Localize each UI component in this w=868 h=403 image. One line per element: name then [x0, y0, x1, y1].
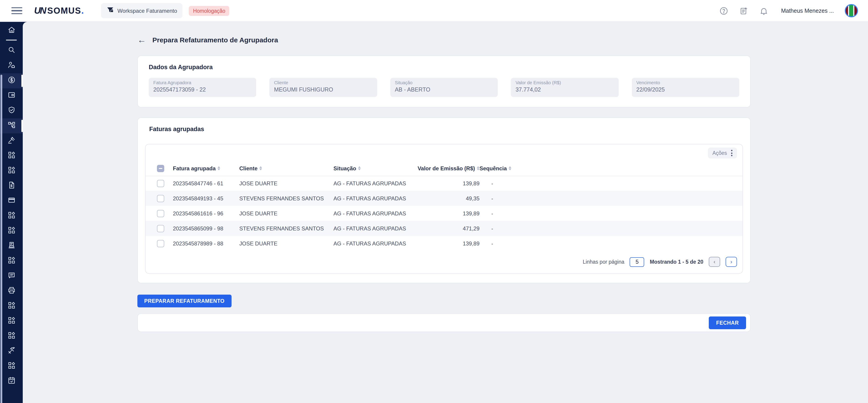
sidebar-item-search[interactable] [0, 43, 23, 58]
flow-icon [7, 120, 16, 131]
invoices-table: Fatura agrupadaClienteSituaçãoValor de E… [146, 161, 742, 251]
help-icon[interactable] [719, 6, 728, 15]
chat-list-icon [7, 271, 16, 281]
sidebar-item-home[interactable] [0, 24, 23, 37]
pagination-range: Mostrando 1 - 5 de 20 [650, 259, 703, 265]
cell-fatura-agrupada: 2023545878989 - 88 [173, 236, 239, 251]
row-checkbox[interactable] [157, 195, 164, 202]
column-header-cliente[interactable]: Cliente [239, 161, 334, 176]
sidebar-item-module-6[interactable] [0, 298, 23, 314]
row-checkbox[interactable] [157, 180, 164, 187]
table-row[interactable]: 2023545861616 - 96JOSE DUARTEAG - FATURA… [146, 206, 742, 221]
main-content: ← Prepara Refaturamento de Agrupadora Da… [23, 22, 868, 403]
sidebar-item-module-3[interactable] [0, 208, 23, 223]
grid-apps-icon [7, 361, 16, 371]
sidebar-divider [6, 39, 17, 40]
environment-badge: Homologação [189, 6, 229, 16]
cell-cliente: JOSE DUARTE [239, 176, 334, 191]
wallet-icon [7, 90, 16, 101]
sidebar-scrollbar[interactable] [0, 75, 2, 403]
cell-sequencia: - [479, 176, 742, 191]
topbar: UN SOMUS . Workspace Faturamento Homolog… [0, 0, 868, 22]
sidebar-item-workflow[interactable] [0, 118, 23, 133]
avatar[interactable] [845, 4, 858, 17]
sidebar-item-billing[interactable] [0, 73, 23, 88]
prepare-rebilling-button[interactable]: PREPARAR REFATURAMENTO [137, 295, 231, 307]
home-icon [7, 25, 16, 36]
sidebar-item-wallet[interactable] [0, 88, 23, 103]
table-header-row: Fatura agrupadaClienteSituaçãoValor de E… [146, 161, 742, 176]
page-header: ← Prepara Refaturamento de Agrupadora [137, 35, 868, 44]
cell-sequencia: - [479, 206, 742, 221]
sidebar-item-pos[interactable] [0, 238, 23, 253]
column-header-fatura-agrupada[interactable]: Fatura agrupada [173, 161, 239, 176]
sidebar-item-module-1[interactable] [0, 148, 23, 163]
sidebar-item-schedule[interactable] [0, 374, 23, 388]
field-cliente: ClienteMEGUMI FUSHIGURO [270, 78, 377, 97]
sidebar-item-module-9[interactable] [0, 358, 23, 374]
field-value: 2025547173059 - 22 [153, 87, 252, 93]
sidebar-item-module-8[interactable] [0, 328, 23, 344]
sidebar-item-messages[interactable] [0, 268, 23, 284]
sidebar-item-tools[interactable] [0, 344, 23, 358]
cell-cliente: JOSE DUARTE [239, 236, 334, 251]
table-row[interactable]: 2023545865099 - 98STEVENS FERNANDES SANT… [146, 221, 742, 236]
sort-icon[interactable] [477, 167, 479, 171]
field-value: MEGUMI FUSHIGURO [274, 87, 373, 93]
sidebar-item-legal[interactable] [0, 133, 23, 148]
sidebar-item-customers[interactable] [0, 58, 23, 73]
search-icon [7, 45, 16, 56]
grid-apps-icon [7, 301, 16, 311]
sort-icon[interactable] [217, 167, 220, 171]
sidebar-item-invoices[interactable] [0, 178, 23, 193]
cell-situacao: AG - FATURAS AGRUPADAS [334, 191, 416, 206]
grid-apps-icon [7, 166, 16, 176]
rows-per-page-input[interactable] [630, 257, 644, 267]
dollar-circle-icon [7, 75, 16, 86]
row-checkbox[interactable] [157, 210, 164, 217]
column-header-sequ-ncia[interactable]: Sequência [479, 161, 742, 176]
row-checkbox[interactable] [157, 240, 164, 247]
row-checkbox[interactable] [157, 225, 164, 232]
cell-valor-emissao: 471,29 [416, 221, 479, 236]
app-root: UN SOMUS . Workspace Faturamento Homolog… [0, 0, 868, 403]
select-all-checkbox[interactable] [157, 165, 164, 172]
cell-sequencia: - [479, 236, 742, 251]
sidebar-item-module-5[interactable] [0, 253, 23, 268]
brand-logo: UN SOMUS . [34, 5, 84, 16]
close-button[interactable]: FECHAR [709, 316, 746, 329]
actions-label: Ações [712, 150, 727, 156]
hamburger-menu-icon[interactable] [11, 7, 22, 15]
column-header-situa-o[interactable]: Situação [334, 161, 416, 176]
notification-bell-icon[interactable] [759, 6, 768, 15]
cell-situacao: AG - FATURAS AGRUPADAS [334, 176, 416, 191]
next-page-button[interactable]: › [725, 257, 737, 267]
sort-icon[interactable] [259, 167, 262, 171]
previous-page-button[interactable]: ‹ [709, 257, 720, 267]
table-row[interactable]: 2023545878989 - 88JOSE DUARTEAG - FATURA… [146, 236, 742, 251]
user-name[interactable]: Matheus Menezes ... [781, 7, 834, 14]
sidebar-item-module-4[interactable] [0, 223, 23, 238]
column-header-valor-de-emiss-o-r-[interactable]: Valor de Emissão (R$) [416, 161, 479, 176]
printer-icon [7, 286, 16, 296]
actions-menu-button[interactable]: Ações [708, 147, 737, 159]
cell-fatura-agrupada: 2023545849193 - 45 [173, 191, 239, 206]
back-arrow-icon[interactable]: ← [137, 35, 146, 44]
shield-check-icon [7, 106, 16, 116]
sort-icon[interactable] [508, 167, 512, 171]
field-vencimento: Vencimento22/09/2025 [632, 78, 739, 97]
sidebar-item-module-2[interactable] [0, 163, 23, 178]
sidebar-item-module-7[interactable] [0, 314, 23, 328]
field-valor-de-emiss-o-r-: Valor de Emissão (R$)37.774,02 [511, 78, 618, 97]
table-row[interactable]: 2023545847746 - 61JOSE DUARTEAG - FATURA… [146, 176, 742, 191]
cell-fatura-agrupada: 2023545861616 - 96 [173, 206, 239, 221]
workspace-selector[interactable]: Workspace Faturamento [101, 3, 182, 18]
sidebar-item-security[interactable] [0, 103, 23, 118]
table-row[interactable]: 2023545849193 - 45STEVENS FERNANDES SANT… [146, 191, 742, 206]
grid-apps-icon [7, 226, 16, 236]
sidebar-item-cards[interactable] [0, 193, 23, 208]
sort-icon[interactable] [358, 167, 361, 171]
field-situa-o: SituaçãoAB - ABERTO [390, 78, 498, 97]
new-document-icon[interactable] [739, 6, 748, 15]
sidebar-item-printing[interactable] [0, 284, 23, 298]
